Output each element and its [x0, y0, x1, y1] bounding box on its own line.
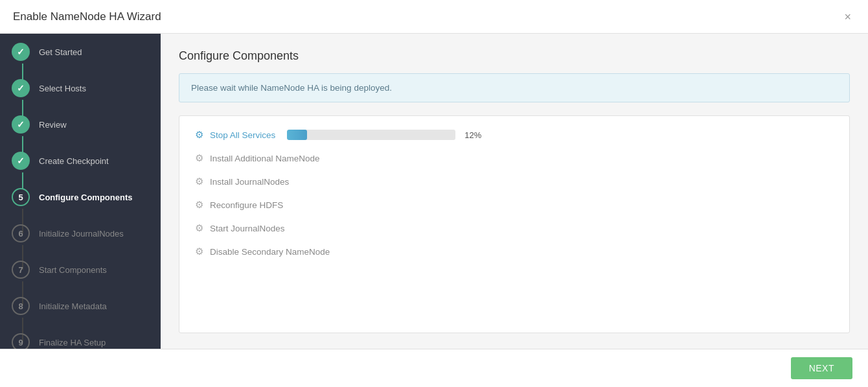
task-label: Stop All Services [210, 130, 275, 140]
progress-percent: 12% [464, 130, 488, 140]
progress-bar-fill [287, 130, 307, 140]
step-label: Initialize Metadata [39, 301, 107, 311]
step-label: Initialize JournalNodes [39, 229, 124, 239]
step-circle-8: 8 [12, 297, 30, 315]
modal-body: ✓Get Started✓Select Hosts✓Review✓Create … [0, 34, 868, 349]
task-label: Disable Secondary NameNode [210, 247, 330, 257]
gear-icon: ⚙ [195, 246, 203, 257]
modal-header: Enable NameNode HA Wizard × [0, 0, 868, 34]
gear-icon: ⚙ [195, 152, 203, 164]
task-label: Reconfigure HDFS [210, 200, 283, 210]
gear-icon: ⚙ [195, 222, 203, 234]
modal-title: Enable NameNode HA Wizard [13, 10, 161, 23]
gear-icon: ⚙ [195, 176, 203, 187]
task-row-reconfigure-hdfs: ⚙Reconfigure HDFS [195, 199, 834, 211]
step-circle-1: ✓ [12, 43, 30, 61]
info-banner: Please wait while NameNode HA is being d… [179, 73, 850, 102]
next-button[interactable]: NEXT [791, 357, 852, 379]
task-row-start-journalnodes: ⚙Start JournalNodes [195, 222, 834, 234]
modal-footer: NEXT [0, 349, 868, 387]
tasks-panel: ⚙Stop All Services12%⚙Install Additional… [179, 115, 850, 333]
checkmark-icon: ✓ [17, 83, 25, 93]
sidebar-step-8: 8Initialize Metadata [0, 288, 161, 324]
step-label: Create Checkpoint [39, 156, 109, 166]
step-label: Select Hosts [39, 84, 86, 93]
step-label: Review [39, 120, 67, 130]
step-circle-3: ✓ [12, 115, 30, 134]
task-label: Install JournalNodes [210, 177, 289, 187]
task-row-disable-secondary: ⚙Disable Secondary NameNode [195, 246, 834, 257]
step-circle-6: 6 [12, 224, 30, 242]
sidebar-step-7: 7Start Components [0, 252, 161, 288]
sidebar-step-9: 9Finalize HA Setup [0, 324, 161, 349]
sidebar: ✓Get Started✓Select Hosts✓Review✓Create … [0, 34, 161, 349]
step-label: Finalize HA Setup [39, 338, 106, 347]
step-circle-2: ✓ [12, 79, 30, 97]
step-circle-4: ✓ [12, 152, 30, 170]
step-circle-5: 5 [12, 188, 30, 206]
step-circle-7: 7 [12, 261, 30, 279]
sidebar-step-2: ✓Select Hosts [0, 70, 161, 106]
task-row-install-journalnodes: ⚙Install JournalNodes [195, 176, 834, 187]
task-row-install-namenode: ⚙Install Additional NameNode [195, 152, 834, 164]
sidebar-step-4: ✓Create Checkpoint [0, 143, 161, 179]
progress-bar [287, 130, 455, 140]
gear-icon: ⚙ [195, 199, 203, 211]
step-label: Get Started [39, 47, 82, 57]
step-label: Start Components [39, 265, 107, 275]
step-label: Configure Components [39, 193, 132, 202]
main-content: Configure Components Please wait while N… [161, 34, 868, 349]
task-label: Install Additional NameNode [210, 154, 320, 163]
close-button[interactable]: × [840, 10, 855, 24]
checkmark-icon: ✓ [17, 119, 25, 130]
sidebar-step-1: ✓Get Started [0, 34, 161, 70]
sidebar-step-5: 5Configure Components [0, 179, 161, 215]
checkmark-icon: ✓ [17, 156, 25, 166]
sidebar-step-3: ✓Review [0, 106, 161, 143]
sidebar-step-6: 6Initialize JournalNodes [0, 215, 161, 252]
page-title: Configure Components [179, 49, 850, 63]
task-label: Start JournalNodes [210, 224, 285, 233]
step-circle-9: 9 [12, 333, 30, 349]
checkmark-icon: ✓ [17, 47, 25, 57]
modal: Enable NameNode HA Wizard × ✓Get Started… [0, 0, 868, 387]
task-row-stop-all: ⚙Stop All Services12% [195, 129, 834, 141]
gear-icon: ⚙ [195, 129, 203, 141]
